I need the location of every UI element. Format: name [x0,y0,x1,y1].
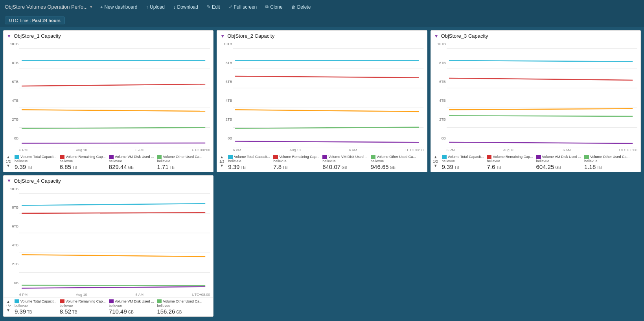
svg-line-32 [449,142,633,143]
page-nav-up[interactable]: ▲ [219,155,225,160]
x-axis-label: 6 PM [233,148,241,152]
metric-value-1-2: 6.85 TB [60,163,106,170]
metric-legend-3-3: Volume VM Disk Used ... [536,155,581,159]
metric-value-2-2: 7.8 TB [273,163,319,170]
metric-legend-1-2: Volume Remaining Cap... [60,155,106,159]
topbar-actions: + New dashboard ↑ Upload ↓ Download ✎ Ed… [96,3,315,11]
svg-line-18 [235,76,419,78]
clone-btn[interactable]: ⧉ Clone [261,3,286,11]
page-nav-down[interactable]: ▼ [5,308,11,313]
metric-item-4-3: Volume VM Disk Used ... bellevue 710.49 … [109,299,154,315]
metric-item-3-2: Volume Remaining Cap... bellevue 7.6 TB [487,155,533,170]
time-filter-badge[interactable]: UTC Time : Past 24 hours [5,17,65,24]
y-axis-label: 6TB [218,80,232,84]
page-nav-up[interactable]: ▲ [5,155,11,160]
metric-value-2-1: 9.39 TB [228,163,270,170]
page-nav-1: ▲ 1/2 ▼ [5,155,11,168]
y-axis-label: 6TB [4,224,18,228]
metric-unit-3-1: TB [453,165,459,170]
x-axis-label: 6 PM [19,293,28,297]
metric-color-4-2 [60,299,64,303]
metric-legend-4-1: Volume Total Capacit... [15,299,57,303]
metric-label-1-1: Volume Total Capacit... [20,155,57,159]
metric-label-3-3: Volume VM Disk Used ... [542,155,581,159]
page-nav-down[interactable]: ▼ [219,163,225,168]
page-nav-up[interactable]: ▲ [5,299,11,304]
metric-label-2-4: Volume Other Used Ca... [377,155,416,159]
panel-title-2: ObjStore_2 Capacity [227,33,274,39]
metric-color-2-1 [228,155,233,159]
page-nav-down[interactable]: ▼ [432,163,439,168]
chart-area-4: 0B2TB4TB6TB8TB10TB [4,185,213,293]
metric-value-3-3: 604.25 GB [536,163,581,170]
metric-color-4-3 [109,299,114,303]
fullscreen-btn[interactable]: ⤢ Full screen [225,3,261,11]
metric-item-2-2: Volume Remaining Cap... bellevue 7.8 TB [273,155,319,170]
metric-value-1-4: 1.71 TB [157,163,202,170]
metric-legend-1-3: Volume VM Disk Used ... [109,155,154,159]
metric-legend-3-1: Volume Total Capacit... [442,155,484,159]
panel-header-2: ▼ ObjStore_2 Capacity [217,31,427,40]
page-nav-2: ▲ 1/2 ▼ [219,155,225,168]
metric-color-2-2 [273,155,278,159]
delete-btn[interactable]: 🗑 Delete [287,3,315,11]
filter-icon: ▼ [220,33,225,39]
metric-color-4-4 [157,299,162,303]
y-axis-label: 4TB [4,243,18,247]
metric-item-1-1: Volume Total Capacit... bellevue 9.39 TB [15,155,57,170]
x-axis-label: 6 AM [136,293,144,297]
x-axis-label: Aug 10 [289,148,301,152]
metric-unit-2-1: TB [239,165,245,170]
metric-item-4-2: Volume Remaining Cap... bellevue 8.52 TB [60,299,106,315]
metric-sublabel-3-1: bellevue [442,159,484,163]
y-axis-label: 6TB [432,80,446,84]
x-axis-label: 6 AM [563,148,571,152]
metric-label-4-1: Volume Total Capacit... [20,299,57,303]
metric-color-1-2 [60,155,64,159]
timezone-label: UTC+08:00 [192,293,210,297]
metric-label-2-1: Volume Total Capacit... [234,155,270,159]
metrics-row-1: ▲ 1/2 ▼ Volume Total Capacit... bellevue… [5,155,212,170]
metric-legend-4-3: Volume VM Disk Used ... [109,299,154,303]
svg-line-29 [449,78,633,80]
svg-line-31 [449,116,633,116]
timezone-label: UTC+08:00 [405,148,423,152]
upload-btn[interactable]: ↑ Upload [142,3,169,11]
timezone-label: UTC+08:00 [192,148,210,152]
metric-legend-3-4: Volume Other Used Ca... [584,155,629,159]
y-axis-3: 0B2TB4TB6TB8TB10TB [432,42,446,140]
y-axis-label: 10TB [4,187,18,191]
y-axis-label: 0B [432,136,446,140]
trash-icon: 🗑 [291,5,296,9]
metric-label-3-4: Volume Other Used Ca... [590,155,629,159]
metric-unit-4-2: TB [71,310,77,314]
x-axis-label: Aug 10 [76,148,87,152]
y-axis-label: 6TB [4,80,18,84]
svg-line-19 [235,110,419,112]
metric-item-2-4: Volume Other Used Ca... bellevue 946.65 … [371,155,416,170]
chart-svg-2 [233,42,423,147]
panel-title-4: ObjStore_4 Capacity [14,178,61,184]
x-axis-label: Aug 10 [76,293,87,297]
metric-legend-2-1: Volume Total Capacit... [228,155,270,159]
metric-label-1-3: Volume VM Disk Used ... [115,155,154,159]
metric-unit-2-2: TB [282,165,287,170]
time-filter-bar: UTC Time : Past 24 hours [0,14,644,27]
title-chevron[interactable]: ▾ [90,4,92,9]
metric-item-1-4: Volume Other Used Ca... bellevue 1.71 TB [157,155,202,170]
y-axis-label: 2TB [432,117,446,121]
metric-legend-1-4: Volume Other Used Ca... [157,155,202,159]
page-nav-up[interactable]: ▲ [432,155,439,160]
edit-btn[interactable]: ✎ Edit [203,3,224,11]
page-nav-down[interactable]: ▼ [5,163,11,168]
edit-icon: ✎ [207,4,210,9]
download-btn[interactable]: ↓ Download [169,3,202,11]
upload-icon: ↑ [146,5,149,9]
chart-area-2: 0B2TB4TB6TB8TB10TB [217,40,427,148]
metric-legend-4-2: Volume Remaining Cap... [60,299,106,303]
metric-color-1-3 [109,155,114,159]
metric-unit-4-4: GB [175,310,182,314]
new-dashboard-btn[interactable]: + New dashboard [96,3,142,11]
panel-header-3: ▼ ObjStore_3 Capacity [431,31,640,40]
metric-legend-4-4: Volume Other Used Ca... [157,299,202,303]
